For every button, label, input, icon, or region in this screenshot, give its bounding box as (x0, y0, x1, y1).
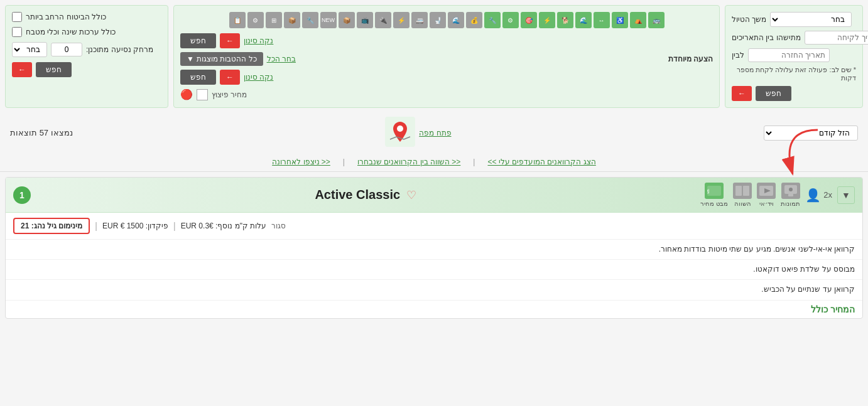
camp-icon[interactable]: ⛺ (630, 12, 646, 28)
arrows-icon[interactable]: ↔ (594, 12, 610, 28)
persons-info: 2x 👤 (805, 188, 832, 203)
to-label: לבין (732, 51, 744, 60)
heart-icon[interactable]: ♡ (406, 188, 416, 202)
card-name: Active Classic (315, 188, 400, 202)
middle-back2-btn[interactable]: ← (220, 70, 240, 85)
dates-label: מתישהו בין התאריכים (732, 33, 801, 42)
fire-icon: 🔴 (180, 88, 193, 100)
wave-icon[interactable]: 🌊 (448, 12, 464, 28)
action-photos[interactable]: תמונות (781, 183, 800, 207)
svg-rect-10 (707, 186, 721, 196)
left-btn-group: חפש ← (732, 86, 856, 101)
top-section: בחר משך הטיול מתישהו בין התאריכים לבין *… (0, 0, 868, 113)
middle-clear2-row: נקה סינון ← חפש (180, 70, 713, 85)
total-price-label: המחיר כולל (6, 301, 862, 318)
all-options-btn[interactable]: כל ההטבות מוצגות ▼ (180, 52, 263, 66)
middle-filter-panel: 🚌 ⛺ ♿ ↔ 🌊 🐕 ⚡ 🎯 ⚙ 🔧 💰 🌊 🚽 🚐 ⚡ 🔌 📺 📦 NEW … (173, 5, 720, 108)
settings-icon[interactable]: ⚙ (247, 12, 264, 28)
note-text: * שים לב: פעולה זאת עלולה לקחת מספר דקות (732, 66, 856, 82)
svg-point-4 (789, 188, 793, 191)
expand-btn[interactable]: ▼ (837, 186, 855, 204)
closed-label: סגור (271, 222, 286, 230)
plug-icon[interactable]: 🔌 (375, 12, 391, 28)
pet-icon[interactable]: 🐕 (557, 12, 573, 28)
wrench-icon[interactable]: 🔧 (484, 12, 501, 28)
action-compare[interactable]: השווה (733, 183, 752, 207)
date-to-input[interactable] (748, 48, 830, 62)
price-focus-label: מבט מחיר (700, 200, 728, 207)
route-select[interactable]: בחר (770, 12, 852, 27)
insurance-row: כולל הביטוח הרחב ביותר (12, 12, 161, 22)
desc-row-2: מבוסס על שלדת פיאט דוקאטו. (6, 260, 862, 280)
date-from-input[interactable] (805, 31, 868, 45)
extra-km-text: עלות ק"מ נוסף: EUR 0.3€ (181, 222, 267, 230)
person-icon: 👤 (805, 188, 821, 203)
svg-text:₪₪₪: ₪₪₪ (707, 188, 709, 195)
water-icon[interactable]: 🌊 (575, 12, 592, 28)
distance-label: מרחק נסיעה מתוכנן: (86, 45, 153, 54)
select-all-link[interactable]: בחר הכל (267, 55, 296, 63)
target-icon[interactable]: 🎯 (521, 12, 537, 28)
card-number: 1 (13, 186, 31, 204)
box-icon[interactable]: 📦 (339, 12, 355, 28)
left-back-btn[interactable]: ← (732, 86, 752, 101)
left-search-btn[interactable]: חפש (756, 86, 791, 101)
clear-filter-link[interactable]: נקה סינון (244, 36, 273, 45)
map-area[interactable]: פתח מפה (385, 117, 451, 149)
insurance-checkbox[interactable] (12, 12, 22, 22)
result-card: ▼ 2x 👤 תמונות ויד׳אי (5, 177, 863, 319)
desc-row-1: קרוואן אי-אי-לשני אנשים. מגיע עם שתי מיט… (6, 240, 862, 260)
money-icon[interactable]: 💰 (466, 12, 482, 28)
action-price-focus[interactable]: ₪₪₪ מבט מחיר (700, 183, 728, 207)
right-filter-panel: כולל הביטוח הרחב ביותר כולל ערכות שינה ו… (5, 5, 168, 108)
amenity-icons-grid: 🚌 ⛺ ♿ ↔ 🌊 🐕 ⚡ 🎯 ⚙ 🔧 💰 🌊 🚽 🚐 ⚡ 🔌 📺 📦 NEW … (180, 12, 713, 28)
route-label: משך הטיול (732, 15, 766, 24)
separator2: | (173, 221, 176, 231)
video-label: ויד׳אי (759, 200, 774, 207)
kitchen-row: כולל ערכות שינה וכלי מטבח (12, 27, 161, 37)
right-back-btn[interactable]: ← (12, 62, 32, 77)
tv-icon[interactable]: 📺 (357, 12, 373, 28)
accessibility-icon[interactable]: ♿ (612, 12, 628, 28)
result-card-wrapper: ▼ 2x 👤 תמונות ויד׳אי (0, 177, 868, 319)
card-detail-row: סגור עלות ק"מ נוסף: EUR 0.3€ | פיקדון: 1… (6, 213, 862, 240)
nav-link-2[interactable]: << השווה בין הקרוואנים שנבחרו (357, 158, 460, 166)
desc-row-3: קרוואן עד שנתיים על הכביש. (6, 280, 862, 300)
clear-filter2-link[interactable]: נקה סינון (244, 73, 273, 82)
middle-all-options-row: הצעה מיוחדת בחר הכל כל ההטבות מוצגות ▼ (180, 52, 713, 66)
action-video[interactable]: ויד׳אי (757, 183, 776, 207)
all-options-label: כל ההטבות מוצגות (197, 55, 257, 63)
wc-icon[interactable]: 🚽 (430, 12, 446, 28)
bus-icon[interactable]: 🚌 (648, 12, 665, 28)
svg-point-1 (397, 126, 403, 132)
age-badge: מינימום גיל נהג: 21 (13, 218, 90, 234)
tools-icon[interactable]: 🔧 (302, 12, 318, 28)
distance-select[interactable]: בחר (12, 42, 47, 57)
right-search-btn[interactable]: חפש (36, 62, 72, 77)
map-label[interactable]: פתח מפה (419, 129, 451, 137)
electric-icon[interactable]: ⚡ (539, 12, 555, 28)
price-checkbox[interactable] (197, 89, 208, 100)
distance-row: מרחק נסיעה מתוכנן: בחר (12, 42, 161, 57)
middle-search2-btn[interactable]: חפש (180, 70, 216, 85)
distance-input[interactable] (51, 43, 82, 56)
svg-rect-9 (743, 186, 749, 196)
nav-link-3[interactable]: הצג הקרוואנים המועדפים עלי >> (487, 158, 595, 166)
special-offer-label: הצעה מיוחדת (668, 55, 713, 63)
items-icon[interactable]: 📋 (229, 12, 246, 28)
separator1: | (95, 221, 97, 231)
rv-icon[interactable]: 🚐 (411, 12, 428, 28)
middle-search-btn[interactable]: חפש (180, 33, 216, 48)
grid-icon[interactable]: ⊞ (266, 12, 282, 28)
bolt-icon[interactable]: ⚡ (393, 12, 410, 28)
kitchen-checkbox[interactable] (12, 27, 22, 37)
package-icon[interactable]: 📦 (284, 12, 300, 28)
gear-icon[interactable]: ⚙ (502, 12, 519, 28)
sort-select[interactable]: הזל קודם (764, 126, 858, 141)
card-body: סגור עלות ק"מ נוסף: EUR 0.3€ | פיקדון: 1… (6, 213, 862, 318)
price-focus-icon: ₪₪₪ (705, 183, 724, 199)
nav-link-1[interactable]: << ניצפו לאחרונה (272, 158, 330, 166)
price-filter-row: מחיר פיצוץ 🔴 (180, 88, 713, 100)
dates-row: מתישהו בין התאריכים (732, 31, 856, 45)
middle-back-btn[interactable]: ← (220, 33, 240, 48)
